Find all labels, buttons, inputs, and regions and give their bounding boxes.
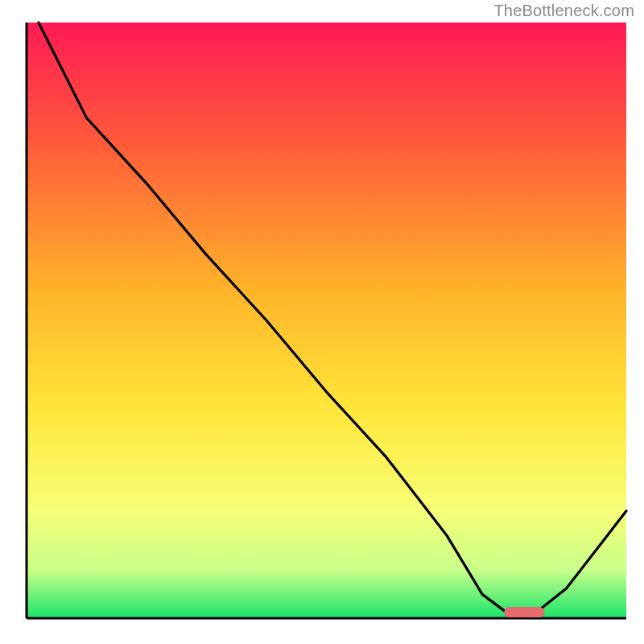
chart-root: { "watermark": "TheBottleneck.com", "cha…	[0, 0, 644, 644]
bottleneck-chart	[0, 0, 644, 644]
heatmap-background	[27, 23, 626, 618]
minimum-marker	[504, 607, 544, 617]
